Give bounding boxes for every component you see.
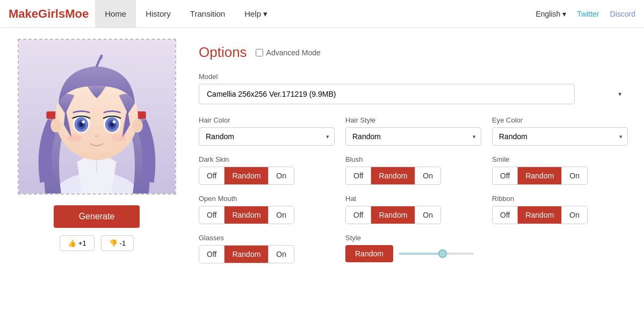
svg-point-10 xyxy=(82,120,85,124)
svg-rect-3 xyxy=(46,111,57,119)
dark-skin-random[interactable]: Random xyxy=(225,167,269,184)
tab-home[interactable]: Home xyxy=(95,0,136,27)
smile-group: Smile Off Random On xyxy=(492,155,628,185)
brand: MakeGirlsMoe xyxy=(9,7,89,21)
nav-tabs: Home History Transition Help ▾ xyxy=(95,0,277,27)
svg-point-19 xyxy=(50,119,61,133)
hat-off[interactable]: Off xyxy=(346,206,371,224)
dark-skin-group: Dark Skin Off Random On xyxy=(199,155,335,185)
model-select-wrap: Camellia 256x256 Ver.171219 (9.9MB) xyxy=(199,84,628,104)
hat-toggle: Off Random On xyxy=(345,206,441,224)
tab-help[interactable]: Help ▾ xyxy=(235,0,277,27)
language-label: English xyxy=(536,10,560,18)
vote-row: 👍 +1 👎 -1 xyxy=(60,235,134,251)
ribbon-on[interactable]: On xyxy=(562,206,587,224)
generate-button[interactable]: Generate xyxy=(54,205,140,228)
dark-skin-off[interactable]: Off xyxy=(199,167,225,184)
style-group: Style Random xyxy=(345,234,628,263)
hair-color-select[interactable]: Random xyxy=(199,127,335,146)
navbar-right: English ▾ Twitter Discord xyxy=(536,10,635,18)
right-panel: Options Advanced Mode Model Camellia 256… xyxy=(193,28,644,323)
open-mouth-off[interactable]: Off xyxy=(199,206,225,224)
hair-style-label: Hair Style xyxy=(345,116,481,124)
left-panel: Generate 👍 +1 👎 -1 xyxy=(0,28,193,323)
thumbs-down-icon: 👎 xyxy=(109,239,118,247)
downvote-button[interactable]: 👎 -1 xyxy=(101,235,134,251)
hat-random[interactable]: Random xyxy=(371,206,415,224)
svg-point-16 xyxy=(95,135,98,138)
language-selector[interactable]: English ▾ xyxy=(536,10,566,18)
hat-group: Hat Off Random On xyxy=(345,195,481,224)
glasses-toggle: Off Random On xyxy=(199,245,294,263)
hair-style-select[interactable]: Random xyxy=(345,127,481,146)
svg-point-20 xyxy=(132,119,143,133)
downvote-label: -1 xyxy=(120,239,126,247)
model-select[interactable]: Camellia 256x256 Ver.171219 (9.9MB) xyxy=(199,84,575,104)
glasses-off[interactable]: Off xyxy=(199,246,225,263)
main-content: Generate 👍 +1 👎 -1 Options Advanced Mode… xyxy=(0,28,644,323)
open-mouth-group: Open Mouth Off Random On xyxy=(199,195,335,224)
model-section: Model Camellia 256x256 Ver.171219 (9.9MB… xyxy=(199,73,628,104)
open-mouth-label: Open Mouth xyxy=(199,195,335,203)
options-grid: Hair Color Random Hair Style Random xyxy=(199,116,628,273)
discord-link[interactable]: Discord xyxy=(610,10,635,18)
ribbon-random[interactable]: Random xyxy=(518,206,562,224)
hair-color-dropdown-wrap: Random xyxy=(199,127,335,146)
eye-color-group: Eye Color Random xyxy=(492,116,628,146)
twitter-link[interactable]: Twitter xyxy=(577,10,599,18)
smile-off[interactable]: Off xyxy=(493,167,518,184)
ribbon-toggle: Off Random On xyxy=(492,206,588,224)
model-label: Model xyxy=(199,73,628,81)
hair-style-dropdown-wrap: Random xyxy=(345,127,481,146)
blush-label: Blush xyxy=(345,155,481,163)
hair-color-label: Hair Color xyxy=(199,116,335,124)
language-dropdown-icon: ▾ xyxy=(562,10,566,18)
smile-on[interactable]: On xyxy=(562,167,587,184)
blush-group: Blush Off Random On xyxy=(345,155,481,185)
glasses-group: Glasses Off Random On xyxy=(199,234,335,263)
dark-skin-on[interactable]: On xyxy=(269,167,294,184)
dark-skin-label: Dark Skin xyxy=(199,155,335,163)
smile-label: Smile xyxy=(492,155,628,163)
svg-point-18 xyxy=(111,134,126,142)
glasses-random[interactable]: Random xyxy=(225,246,269,263)
upvote-label: +1 xyxy=(78,239,86,247)
eye-color-dropdown-wrap: Random xyxy=(492,127,628,146)
hat-on[interactable]: On xyxy=(415,206,440,224)
tab-history[interactable]: History xyxy=(136,0,180,27)
hair-color-group: Hair Color Random xyxy=(199,116,335,146)
ribbon-off[interactable]: Off xyxy=(493,206,518,224)
hat-label: Hat xyxy=(345,195,481,203)
blush-on[interactable]: On xyxy=(415,167,440,184)
blush-off[interactable]: Off xyxy=(346,167,371,184)
ribbon-label: Ribbon xyxy=(492,195,628,203)
style-row: Random xyxy=(345,245,628,262)
glasses-on[interactable]: On xyxy=(269,246,294,263)
advanced-mode-checkbox[interactable] xyxy=(256,49,263,56)
advanced-mode-text: Advanced Mode xyxy=(266,48,321,57)
anime-illustration xyxy=(19,39,175,195)
model-select-arrow xyxy=(618,90,621,98)
hair-style-group: Hair Style Random xyxy=(345,116,481,146)
blush-random[interactable]: Random xyxy=(371,167,415,184)
blush-toggle: Off Random On xyxy=(345,167,441,185)
style-slider[interactable] xyxy=(399,253,474,255)
tab-transition[interactable]: Transition xyxy=(180,0,235,27)
eye-color-label: Eye Color xyxy=(492,116,628,124)
open-mouth-random[interactable]: Random xyxy=(225,206,269,224)
image-container xyxy=(18,39,176,195)
smile-random[interactable]: Random xyxy=(518,167,562,184)
open-mouth-on[interactable]: On xyxy=(269,206,294,224)
upvote-button[interactable]: 👍 +1 xyxy=(60,235,95,251)
svg-point-15 xyxy=(112,120,115,124)
dark-skin-toggle: Off Random On xyxy=(199,167,294,185)
smile-toggle: Off Random On xyxy=(492,167,588,185)
style-random-button[interactable]: Random xyxy=(345,245,393,262)
svg-point-17 xyxy=(67,134,82,142)
options-header: Options Advanced Mode xyxy=(199,44,628,61)
glasses-label: Glasses xyxy=(199,234,335,242)
style-label: Style xyxy=(345,234,628,242)
options-title: Options xyxy=(199,44,247,61)
advanced-mode-label[interactable]: Advanced Mode xyxy=(256,48,321,57)
eye-color-select[interactable]: Random xyxy=(492,127,628,146)
